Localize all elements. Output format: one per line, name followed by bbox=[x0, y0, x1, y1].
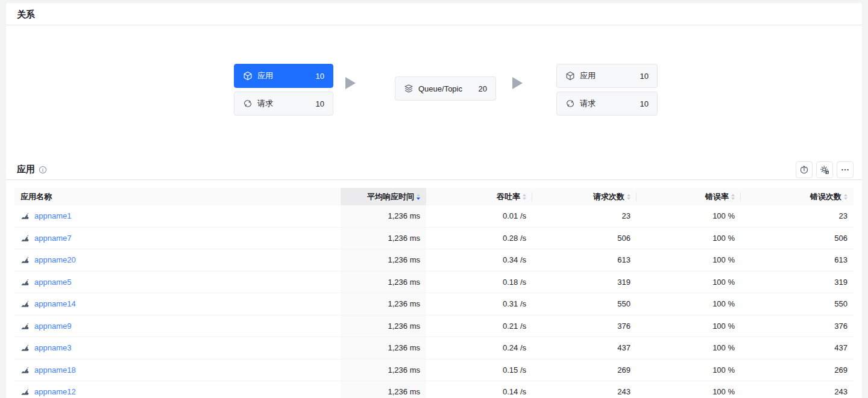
error-rate-cell: 100 % bbox=[637, 205, 741, 227]
avg-response-time-cell: 1,236 ms bbox=[341, 337, 426, 359]
app-section-title: 应用 bbox=[17, 164, 35, 175]
column-header-avg-response-time[interactable]: 平均响应时间 bbox=[341, 188, 426, 205]
throughput-cell: 0.01 /s bbox=[426, 205, 532, 227]
error-count-cell: 437 bbox=[741, 337, 854, 359]
app-type-icon bbox=[20, 300, 30, 308]
error-count-cell: 506 bbox=[741, 228, 854, 249]
table-row: appname14 1,236 ms 0.31 /s 550 100 % 550 bbox=[14, 293, 854, 316]
column-header-app-name: 应用名称 bbox=[14, 188, 341, 205]
info-icon[interactable] bbox=[39, 166, 47, 174]
request-count-cell: 506 bbox=[532, 228, 637, 249]
table-toolbar bbox=[796, 161, 854, 178]
app-name-link[interactable]: appname3 bbox=[34, 343, 71, 352]
more-icon bbox=[840, 165, 850, 175]
avg-response-time-cell: 1,236 ms bbox=[341, 272, 426, 293]
app-name-cell: appname9 bbox=[14, 316, 341, 337]
app-name-link[interactable]: appname20 bbox=[34, 255, 76, 264]
table-row: appname5 1,236 ms 0.18 /s 319 100 % 319 bbox=[14, 272, 854, 294]
error-count-cell: 243 bbox=[741, 381, 854, 398]
node-app-left[interactable]: 应用 10 bbox=[234, 64, 333, 88]
app-name-cell: appname14 bbox=[14, 293, 341, 315]
node-queue-topic[interactable]: Queue/Topic 20 bbox=[395, 76, 496, 101]
sort-control[interactable] bbox=[731, 194, 735, 200]
relation-diagram: 应用 10 请求 10 Queue/Topic 20 应用 10 bbox=[6, 25, 862, 160]
app-name-link[interactable]: appname9 bbox=[34, 322, 71, 331]
cube-icon bbox=[243, 71, 253, 81]
sort-control[interactable] bbox=[627, 194, 631, 200]
error-rate-cell: 100 % bbox=[637, 293, 741, 315]
column-header-throughput[interactable]: 吞吐率 bbox=[426, 188, 532, 205]
app-name-cell: appname1 bbox=[14, 205, 341, 227]
app-name-link[interactable]: appname18 bbox=[34, 365, 76, 375]
throughput-cell: 0.34 /s bbox=[426, 249, 532, 271]
error-rate-cell: 100 % bbox=[637, 381, 741, 398]
app-name-link[interactable]: appname5 bbox=[34, 278, 71, 287]
request-icon bbox=[565, 99, 575, 108]
error-rate-cell: 100 % bbox=[637, 228, 741, 249]
column-settings-icon bbox=[820, 165, 829, 175]
app-name-link[interactable]: appname7 bbox=[34, 234, 71, 243]
table-row: appname18 1,236 ms 0.15 /s 269 100 % 269 bbox=[14, 359, 854, 382]
export-button[interactable] bbox=[796, 161, 813, 178]
error-rate-cell: 100 % bbox=[637, 359, 741, 381]
app-type-icon bbox=[20, 212, 30, 220]
sort-control[interactable] bbox=[417, 194, 420, 200]
throughput-cell: 0.24 /s bbox=[426, 337, 532, 359]
flow-arrow-icon bbox=[512, 77, 523, 89]
export-icon bbox=[799, 165, 809, 175]
error-rate-cell: 100 % bbox=[637, 337, 741, 359]
column-header-error-rate[interactable]: 错误率 bbox=[637, 188, 741, 205]
table-row: appname7 1,236 ms 0.28 /s 506 100 % 506 bbox=[14, 228, 854, 250]
error-count-cell: 23 bbox=[741, 205, 854, 227]
app-type-icon bbox=[20, 388, 30, 396]
avg-response-time-cell: 1,236 ms bbox=[341, 293, 426, 315]
more-button[interactable] bbox=[837, 161, 854, 178]
app-type-icon bbox=[20, 234, 30, 242]
throughput-cell: 0.14 /s bbox=[426, 381, 532, 398]
cube-icon bbox=[565, 71, 575, 81]
request-count-cell: 550 bbox=[532, 293, 637, 315]
node-count: 10 bbox=[316, 72, 324, 81]
request-count-cell: 269 bbox=[532, 359, 637, 381]
relation-section-title: 关系 bbox=[6, 3, 862, 25]
app-name-cell: appname20 bbox=[14, 249, 341, 271]
app-name-link[interactable]: appname1 bbox=[34, 211, 71, 220]
column-header-request-count[interactable]: 请求次数 bbox=[532, 188, 637, 205]
app-name-cell: appname12 bbox=[14, 381, 341, 398]
table-row: appname3 1,236 ms 0.24 /s 437 100 % 437 bbox=[14, 337, 854, 359]
avg-response-time-cell: 1,236 ms bbox=[341, 205, 426, 227]
node-label: 应用 bbox=[257, 70, 273, 81]
app-name-link[interactable]: appname14 bbox=[34, 299, 76, 308]
node-app-right[interactable]: 应用 10 bbox=[556, 64, 658, 88]
error-count-cell: 376 bbox=[741, 316, 854, 337]
throughput-cell: 0.31 /s bbox=[426, 293, 532, 315]
avg-response-time-cell: 1,236 ms bbox=[341, 316, 426, 337]
avg-response-time-cell: 1,236 ms bbox=[341, 249, 426, 271]
error-rate-cell: 100 % bbox=[637, 249, 741, 271]
app-section-header: 应用 bbox=[6, 160, 862, 180]
throughput-cell: 0.18 /s bbox=[426, 272, 532, 293]
sort-control[interactable] bbox=[523, 194, 526, 200]
column-header-error-count[interactable]: 错误次数 bbox=[741, 188, 854, 205]
node-count: 20 bbox=[479, 84, 487, 93]
throughput-cell: 0.21 /s bbox=[426, 316, 532, 337]
throughput-cell: 0.15 /s bbox=[426, 359, 532, 381]
avg-response-time-cell: 1,236 ms bbox=[341, 359, 426, 381]
app-type-icon bbox=[20, 278, 30, 286]
table-body: appname1 1,236 ms 0.01 /s 23 100 % 23 ap… bbox=[14, 205, 854, 398]
node-request-right[interactable]: 请求 10 bbox=[556, 92, 658, 116]
error-count-cell: 319 bbox=[741, 272, 854, 293]
layers-icon bbox=[404, 84, 414, 93]
request-count-cell: 613 bbox=[532, 249, 637, 271]
error-rate-cell: 100 % bbox=[637, 316, 741, 337]
app-name-link[interactable]: appname12 bbox=[34, 387, 76, 396]
error-count-cell: 613 bbox=[741, 249, 854, 271]
error-count-cell: 550 bbox=[741, 293, 854, 315]
app-name-cell: appname7 bbox=[14, 228, 341, 249]
node-request-left[interactable]: 请求 10 bbox=[234, 92, 333, 116]
avg-response-time-cell: 1,236 ms bbox=[341, 228, 426, 249]
node-label: Queue/Topic bbox=[418, 84, 462, 93]
sort-control[interactable] bbox=[844, 194, 848, 200]
request-count-cell: 243 bbox=[532, 381, 637, 398]
column-settings-button[interactable] bbox=[816, 161, 833, 178]
